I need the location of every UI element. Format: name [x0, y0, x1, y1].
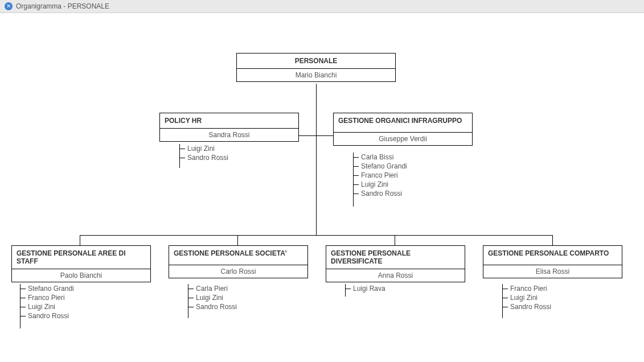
staff-item: Sandro Rossi: [361, 189, 478, 198]
node-comparto: GESTIONE PERSONALE COMPARTO Elisa Rossi: [483, 245, 622, 278]
connector: [395, 235, 395, 245]
staff-item: Sandro Rossi: [196, 302, 313, 311]
staff-item: Luigi Zini: [361, 180, 478, 189]
node-root-title: PERSONALE: [237, 54, 395, 69]
window-titlebar: ✕ Organigramma - PERSONALE: [0, 0, 644, 13]
staff-item: Sandro Rossi: [187, 153, 293, 162]
staff-item: Franco Pieri: [510, 284, 627, 293]
connector: [552, 235, 553, 245]
staff-diversificate: Luigi Rava: [345, 284, 470, 293]
staff-item: Luigi Zini: [187, 144, 293, 153]
node-owner: Paolo Bianchi: [12, 269, 150, 282]
node-diversificate: GESTIONE PERSONALE DIVERSIFICATE Anna Ro…: [326, 245, 465, 282]
staff-item: Luigi Zini: [28, 302, 145, 311]
node-policy-hr-owner: Sandra Rossi: [160, 129, 298, 141]
node-title: GESTIONE PERSONALE COMPARTO: [483, 246, 622, 265]
staff-aree-di-staff: Stefano Grandi Franco Pieri Luigi Zini S…: [20, 284, 145, 320]
node-gestione-organici: GESTIONE ORGANICI INFRAGRUPPO Giuseppe V…: [333, 113, 473, 146]
staff-policy-hr: Luigi Zini Sandro Rossi: [179, 144, 293, 162]
node-societa: GESTIONE PERSONALE SOCIETA' Carlo Rossi: [169, 245, 308, 278]
staff-item: Sandro Rossi: [28, 311, 145, 320]
node-gestione-organici-title: GESTIONE ORGANICI INFRAGRUPPO: [334, 113, 472, 133]
node-title: GESTIONE PERSONALE SOCIETA': [169, 246, 307, 265]
staff-item: Stefano Grandi: [28, 284, 145, 293]
node-root-owner: Mario Bianchi: [237, 69, 395, 81]
staff-gestione-organici: Carla Bissi Stefano Grandi Franco Pieri …: [353, 153, 478, 198]
close-icon[interactable]: ✕: [5, 2, 13, 10]
connector: [80, 235, 552, 236]
node-aree-di-staff: GESTIONE PERSONALE AREE DI STAFF Paolo B…: [11, 245, 151, 282]
connector: [80, 235, 80, 245]
node-owner: Carlo Rossi: [169, 265, 307, 278]
staff-item: Sandro Rossi: [510, 302, 627, 311]
window-title: Organigramma - PERSONALE: [16, 2, 109, 10]
org-chart-canvas: PERSONALE Mario Bianchi POLICY HR Sandra…: [0, 13, 644, 360]
staff-item: Luigi Zini: [196, 293, 313, 302]
node-title: GESTIONE PERSONALE AREE DI STAFF: [12, 246, 150, 269]
staff-comparto: Franco Pieri Luigi Zini Sandro Rossi: [502, 284, 627, 311]
node-policy-hr-title: POLICY HR: [160, 113, 298, 129]
staff-item: Luigi Rava: [353, 284, 470, 293]
staff-item: Luigi Zini: [510, 293, 627, 302]
staff-item: Franco Pieri: [361, 171, 478, 180]
staff-item: Franco Pieri: [28, 293, 145, 302]
node-owner: Anna Rossi: [326, 269, 465, 282]
node-owner: Elisa Rossi: [483, 265, 622, 278]
node-policy-hr: POLICY HR Sandra Rossi: [159, 113, 299, 142]
node-gestione-organici-owner: Giuseppe Verdii: [334, 133, 472, 145]
node-title: GESTIONE PERSONALE DIVERSIFICATE: [326, 246, 465, 269]
staff-item: Stefano Grandi: [361, 162, 478, 171]
connector: [299, 135, 316, 136]
staff-societa: Carla Pieri Luigi Zini Sandro Rossi: [188, 284, 313, 311]
node-root: PERSONALE Mario Bianchi: [236, 53, 396, 82]
connector: [237, 235, 238, 245]
connector: [316, 84, 317, 235]
connector: [316, 135, 333, 136]
staff-item: Carla Pieri: [196, 284, 313, 293]
staff-item: Carla Bissi: [361, 153, 478, 162]
